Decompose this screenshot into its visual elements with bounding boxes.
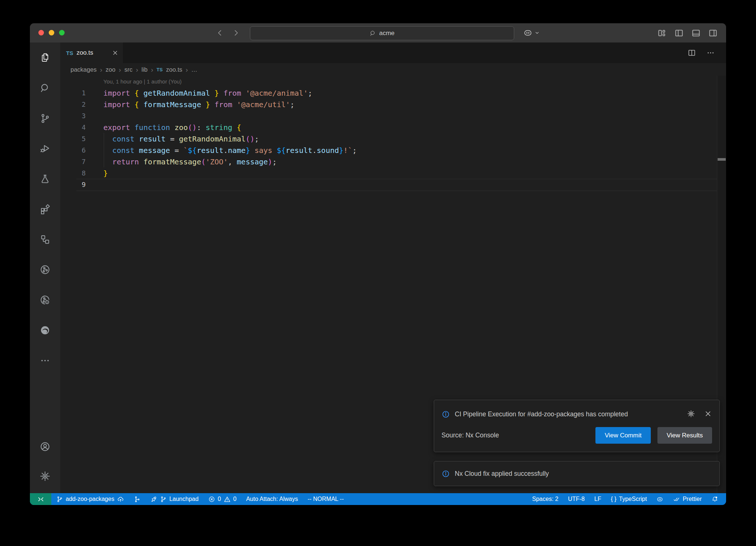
activity-item-edge-devtools[interactable] [30, 315, 60, 345]
activity-item-explorer[interactable] [30, 42, 60, 73]
close-icon[interactable] [704, 410, 712, 418]
toggle-secondary-sidebar-icon[interactable] [708, 28, 718, 38]
activity-item-nx-console[interactable] [30, 224, 60, 255]
forward-button[interactable] [232, 29, 240, 37]
titlebar: acme [30, 23, 726, 42]
typescript-file-icon: TS [157, 67, 163, 72]
branch-icon [56, 496, 63, 503]
status-language[interactable]: { }TypeScript [606, 493, 652, 505]
activity-item-accounts[interactable] [30, 432, 60, 461]
code-text: const result = getRandomAnimal(); [103, 134, 259, 143]
status-formatter[interactable]: Prettier [668, 493, 707, 505]
status-launchpad[interactable]: Launchpad [145, 493, 203, 505]
activity-item-nx-cloud[interactable] [30, 285, 60, 315]
line-number: 7 [60, 158, 86, 165]
code-line-4: 4export function zoo(): string { [60, 122, 726, 133]
close-icon[interactable] [112, 50, 118, 56]
status-auto-attach[interactable]: Auto Attach: Always [241, 493, 303, 505]
command-center-search[interactable]: acme [250, 26, 514, 40]
line-number: 2 [60, 100, 86, 108]
line-number: 5 [60, 135, 86, 143]
git-blame-annotation: You, 1 hour ago | 1 author (You) [103, 78, 182, 85]
line-number: 8 [60, 169, 86, 177]
activity-item-settings[interactable] [30, 461, 60, 491]
activity-bar [30, 42, 60, 493]
activity-item-nx-project-graph[interactable] [30, 255, 60, 285]
activity-item-source-control[interactable] [30, 103, 60, 133]
breadcrumb-item-packages[interactable]: packages [71, 66, 97, 73]
activity-item-testing[interactable] [30, 164, 60, 194]
line-number: 6 [60, 146, 86, 154]
split-editor-icon[interactable] [687, 48, 696, 57]
status-encoding[interactable]: UTF-8 [563, 493, 590, 505]
breadcrumb-item-lib[interactable]: lib [141, 66, 148, 73]
status-text: Spaces: 2 [532, 496, 559, 502]
status-problems[interactable]: 00 [203, 493, 241, 505]
status-copilot[interactable] [652, 493, 668, 505]
line-number: 9 [60, 181, 86, 188]
window-minimize-button[interactable] [49, 30, 54, 35]
view-results-button[interactable]: View Results [657, 427, 712, 444]
status-notifications-bell[interactable] [707, 493, 723, 505]
status-eol[interactable]: LF [590, 493, 606, 505]
toggle-primary-sidebar-icon[interactable] [674, 28, 684, 38]
status-remote-indicator[interactable] [30, 493, 51, 505]
chevron-right-icon: › [100, 66, 102, 73]
window-zoom-button[interactable] [59, 30, 65, 35]
breadcrumb-item-[interactable]: … [191, 66, 197, 73]
info-icon [441, 470, 450, 478]
status-text: { } [611, 496, 616, 502]
status-pipeline[interactable] [129, 493, 145, 505]
code-line-6: 6 const message = `${result.name} says $… [60, 144, 726, 156]
breadcrumb-item-zoo[interactable]: zoo [106, 66, 116, 73]
code-line-5: 5 const result = getRandomAnimal(); [60, 133, 726, 144]
copilot-icon [523, 28, 533, 38]
toggle-panel-icon[interactable] [691, 28, 701, 38]
line-number: 3 [60, 112, 86, 120]
notification-toast: Nx Cloud fix applied successfully [434, 461, 720, 486]
cloud-up-icon [117, 496, 124, 503]
status-text: add-zoo-packages [66, 496, 114, 502]
edge-devtools-icon [39, 325, 51, 336]
activity-item-search[interactable] [30, 73, 60, 103]
activity-item-extensions[interactable] [30, 194, 60, 224]
status-text: Launchpad [169, 496, 199, 502]
status-vim-mode[interactable]: -- NORMAL -- [303, 493, 348, 505]
tab-label: zoo.ts [76, 49, 109, 57]
status-text: -- NORMAL -- [307, 496, 344, 502]
status-text: Auto Attach: Always [246, 496, 298, 502]
explorer-icon [39, 52, 51, 63]
breadcrumb-item-src[interactable]: src [124, 66, 133, 73]
status-bar: add-zoo-packagesLaunchpad00Auto Attach: … [30, 493, 726, 505]
gear-icon[interactable] [687, 410, 695, 418]
remote-icon [37, 496, 44, 503]
titlebar-layout-controls [657, 23, 718, 42]
status-indentation[interactable]: Spaces: 2 [528, 493, 563, 505]
chevron-down-icon [535, 30, 540, 35]
activity-item-more-views[interactable] [30, 345, 60, 376]
customize-layout-icon[interactable] [657, 28, 667, 38]
tab-zoo-ts[interactable]: TS zoo.ts [60, 42, 123, 63]
chevron-right-icon: › [119, 66, 121, 73]
extensions-icon [39, 204, 51, 215]
bell-icon [711, 496, 718, 503]
testing-icon [39, 173, 51, 184]
check2-icon [673, 496, 680, 503]
window-close-button[interactable] [38, 30, 44, 35]
code-line-2: 2import { formatMessage } from '@acme/ut… [60, 99, 726, 110]
status-text: TypeScript [619, 496, 647, 502]
code-line-7: 7 return formatMessage('ZOO', message); [60, 156, 726, 167]
blame-row: You, 1 hour ago | 1 author (You) [60, 76, 726, 87]
more-actions-icon[interactable] [706, 48, 715, 57]
breadcrumb-item-zoots[interactable]: zoo.ts [166, 66, 182, 73]
status-text: LF [594, 496, 601, 502]
info-icon [441, 410, 450, 419]
copilot-menu-button[interactable] [523, 23, 540, 42]
cursor-overview-marker [718, 158, 726, 161]
back-button[interactable] [216, 29, 224, 37]
chevron-right-icon: › [151, 66, 153, 73]
status-git-branch[interactable]: add-zoo-packages [51, 493, 129, 505]
view-commit-button[interactable]: View Commit [595, 427, 651, 444]
nx-console-icon [39, 234, 51, 245]
activity-item-run-debug[interactable] [30, 133, 60, 164]
